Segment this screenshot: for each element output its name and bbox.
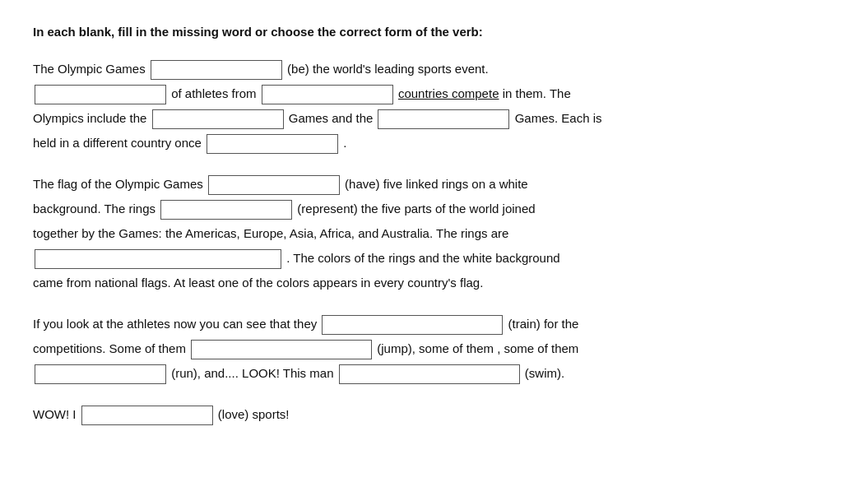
in-them-label: in them. The xyxy=(503,86,571,100)
countries-compete-label: countries compete xyxy=(398,86,499,100)
jump-label: (jump), some of them xyxy=(377,341,494,355)
together-by-label: together by the Games: the Americas, Eur… xyxy=(33,226,508,240)
competitions-label: competitions. Some of them xyxy=(33,341,186,355)
train-label: (train) for the xyxy=(508,317,579,331)
love-label: (love) sports! xyxy=(218,407,290,421)
blank-3-2[interactable] xyxy=(191,340,372,359)
blank-3-1[interactable] xyxy=(322,315,503,335)
paragraph-2: The flag of the Olympic Games (have) fiv… xyxy=(33,172,835,295)
run-label: (run), and.... LOOK! This man xyxy=(171,366,333,380)
blank-1-4[interactable] xyxy=(152,109,284,129)
blank-2-3[interactable] xyxy=(35,249,281,269)
blank-1-2[interactable] xyxy=(35,85,166,104)
wow-label: WOW! I xyxy=(33,407,77,421)
olympic-games-label: The Olympic Games xyxy=(33,62,146,76)
games-each-is-label: Games. Each is xyxy=(515,111,602,125)
blank-1-5[interactable] xyxy=(378,109,509,129)
games-and-the-label: Games and the xyxy=(289,111,374,125)
blank-1-6[interactable] xyxy=(207,134,338,154)
colors-sentence-label: . The colors of the rings and the white … xyxy=(286,251,559,265)
swim-label: (swim). xyxy=(525,366,564,380)
blank-2-2[interactable] xyxy=(160,200,292,220)
athletes-sentence-label: If you look at the athletes now you can … xyxy=(33,317,317,331)
blank-1-3[interactable] xyxy=(262,85,393,104)
paragraph-3: If you look at the athletes now you can … xyxy=(33,312,835,386)
be-label: (be) the world's leading sports event. xyxy=(287,62,489,76)
blank-1-1[interactable] xyxy=(151,60,282,80)
blank-4-1[interactable] xyxy=(81,406,213,425)
olympics-include-label: Olympics include the xyxy=(33,111,146,125)
have-label: (have) five linked rings on a white xyxy=(345,177,528,191)
period-label: . xyxy=(343,136,346,150)
blank-3-3[interactable] xyxy=(35,364,166,384)
came-from-label: came from national flags. At least one o… xyxy=(33,276,483,290)
instruction-text: In each blank, fill in the missing word … xyxy=(33,25,835,39)
represent-label: (represent) the five parts of the world … xyxy=(297,202,535,216)
blank-2-1[interactable] xyxy=(208,175,340,195)
some-of-them-label: , some of them xyxy=(497,341,578,355)
held-in-label: held in a different country once xyxy=(33,136,202,150)
background-rings-label: background. The rings xyxy=(33,202,155,216)
paragraph-4: WOW! I (love) sports! xyxy=(33,402,835,427)
flag-sentence-label: The flag of the Olympic Games xyxy=(33,177,203,191)
paragraph-1: The Olympic Games (be) the world's leadi… xyxy=(33,57,835,155)
page-container: In each blank, fill in the missing word … xyxy=(0,0,868,468)
of-athletes-label: of athletes from xyxy=(171,86,256,100)
blank-3-4[interactable] xyxy=(339,364,520,384)
